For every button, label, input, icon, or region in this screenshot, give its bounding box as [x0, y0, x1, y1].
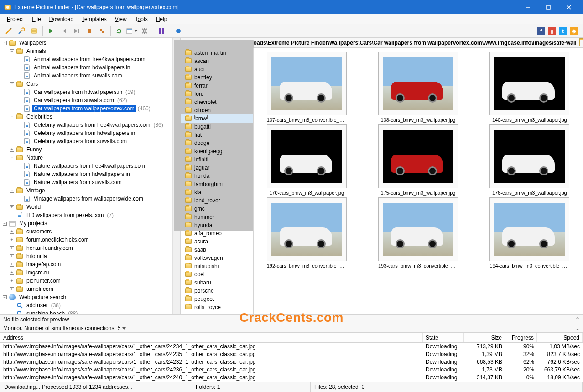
tree-node[interactable]: − Nature	[1, 154, 172, 162]
expander-icon[interactable]	[16, 196, 22, 202]
maximize-button[interactable]	[538, 0, 558, 14]
expander-icon[interactable]: +	[9, 253, 15, 259]
tree-node[interactable]: + Funny	[1, 145, 172, 154]
tree-node[interactable]: Car wallpapers from hdwallpapers.in (19)	[1, 88, 172, 96]
thumbnail[interactable]: 140-cars_bmw_m3_wallpaper.jpg	[489, 52, 569, 123]
monitor-dropdown-icon[interactable]	[122, 327, 126, 330]
expander-icon[interactable]: +	[9, 278, 15, 284]
refresh-icon[interactable]	[113, 25, 125, 37]
expander-icon[interactable]	[16, 89, 22, 95]
stop-all-icon[interactable]	[96, 25, 108, 37]
download-row[interactable]: http://www.imgbase.info/images/safe-wall…	[0, 374, 583, 382]
brand-folder[interactable]: hummer	[181, 213, 253, 221]
expander-icon[interactable]: +	[9, 146, 15, 153]
brand-folder[interactable]: porsche	[181, 287, 253, 295]
project-tree[interactable]: − Wallpapers − Animals Animal wallpapers…	[1, 39, 172, 314]
brand-folder[interactable]: citroen	[181, 106, 253, 114]
tree-node[interactable]: + hitomi.la	[1, 252, 172, 260]
brand-folder[interactable]: koenigsegg	[181, 147, 253, 155]
tree-node[interactable]: Car wallpapers from suwalls.com (62)	[1, 96, 172, 104]
expander-icon[interactable]	[16, 56, 22, 62]
col-state[interactable]: State	[423, 333, 464, 342]
menu-templates[interactable]: Templates	[78, 15, 110, 23]
thumbnails-icon[interactable]	[156, 25, 167, 37]
brand-folder[interactable]: ascari	[181, 57, 253, 65]
tree-node[interactable]: HD wallpapers from pexels.com (7)	[1, 211, 172, 219]
brand-folder[interactable]: fiat	[181, 131, 253, 139]
tree-node[interactable]: − Web picture search	[1, 293, 172, 301]
tree-node[interactable]: Animal wallpapers from suwalls.com	[1, 72, 172, 80]
download-row[interactable]: http://www.imgbase.info/images/safe-wall…	[0, 358, 583, 366]
brand-folder[interactable]: acura	[181, 237, 253, 246]
expander-icon[interactable]: −	[1, 220, 8, 227]
tree-scrollbar[interactable]	[172, 38, 180, 314]
thumbnail[interactable]: 193-cars_bmw_m3_convertible_wallp...	[378, 197, 458, 268]
tree-node[interactable]: + tumblr.com	[1, 285, 172, 293]
tree-node[interactable]: Animal wallpapers from hdwallpapers.in	[1, 63, 172, 72]
tree-node[interactable]: + pichunter.com	[1, 277, 172, 285]
tree-node[interactable]: + hentai-foundry.com	[1, 244, 172, 252]
tree-node[interactable]: + imgsrc.ru	[1, 268, 172, 277]
expander-icon[interactable]	[9, 310, 15, 314]
expander-icon[interactable]: +	[9, 269, 15, 276]
brand-folder[interactable]: subaru	[181, 279, 253, 287]
tree-node[interactable]: Nature wallpapers from hdwallpapers.in	[1, 170, 172, 178]
tree-node[interactable]: Celebrity wallpapers from hdwallpapers.i…	[1, 129, 172, 137]
tree-node[interactable]: + imagefap.com	[1, 260, 172, 268]
menu-project[interactable]: Project	[3, 15, 27, 23]
expander-icon[interactable]	[16, 130, 22, 136]
expander-icon[interactable]: +	[9, 261, 15, 268]
thumbnail[interactable]: 194-cars_bmw_m3_convertible_wallp...	[489, 197, 569, 268]
expander-icon[interactable]: −	[1, 40, 8, 46]
brand-folder[interactable]: mitsubishi	[181, 262, 253, 270]
brand-folder[interactable]: alfa_romeo	[181, 229, 253, 237]
tree-node[interactable]: Celebrity wallpapers from suwalls.com	[1, 137, 172, 145]
menu-file[interactable]: File	[28, 15, 44, 23]
brand-folder[interactable]: gmc	[181, 205, 253, 213]
expander-icon[interactable]	[16, 171, 22, 177]
tools-icon[interactable]	[16, 25, 27, 37]
tree-node[interactable]: − Celebrities	[1, 113, 172, 121]
tree-node[interactable]: add user (38)	[1, 301, 172, 309]
expander-icon[interactable]	[16, 72, 22, 79]
brand-folder[interactable]: bentley	[181, 73, 253, 82]
brand-folder[interactable]: hyundai	[181, 221, 253, 229]
expander-icon[interactable]: −	[9, 155, 15, 161]
menu-help[interactable]: Help	[152, 15, 171, 23]
tree-node[interactable]: − Animals	[1, 47, 172, 55]
thumbnail[interactable]: 175-cars_bmw_m3_wallpaper.jpg	[378, 124, 458, 196]
thumbnail-grid[interactable]: 137-cars_bmw_m3_convertible_wallp... 138…	[254, 48, 583, 314]
brand-folder[interactable]: bugatti	[181, 123, 253, 131]
expander-icon[interactable]: +	[9, 245, 15, 251]
new-project-icon[interactable]	[3, 25, 15, 37]
expander-icon[interactable]	[9, 302, 15, 309]
brand-folder[interactable]: kia	[181, 188, 253, 196]
expander-icon[interactable]	[9, 212, 15, 218]
tree-node[interactable]: sunshine beach (88)	[1, 309, 172, 314]
tree-node[interactable]: Nature wallpapers from suwalls.com	[1, 178, 172, 186]
folder-open-icon[interactable]	[579, 40, 580, 46]
thumbnail[interactable]: 138-cars_bmw_m3_wallpaper.jpg	[378, 52, 458, 123]
tree-node[interactable]: − My projects	[1, 219, 172, 227]
col-address[interactable]: Address	[0, 333, 423, 342]
col-speed[interactable]: Speed	[537, 333, 583, 342]
brand-folder[interactable]: audi	[181, 65, 253, 73]
google-icon[interactable]: g	[548, 27, 556, 35]
expander-icon[interactable]: +	[9, 237, 15, 243]
menu-download[interactable]: Download	[46, 15, 77, 23]
brand-folder[interactable]: ford	[181, 90, 253, 98]
tree-node[interactable]: + forum.oneclickchicks.com	[1, 236, 172, 244]
tree-node[interactable]: Celebrity wallpapers from free4kwallpape…	[1, 121, 172, 129]
expander-icon[interactable]: −	[9, 81, 15, 87]
expander-icon[interactable]	[16, 122, 22, 128]
brand-folder[interactable]: volkswagen	[181, 254, 253, 262]
twitter-icon[interactable]: t	[559, 27, 567, 35]
expander-icon[interactable]	[16, 105, 22, 112]
tree-node[interactable]: Nature wallpapers from free4kwallpapers.…	[1, 162, 172, 170]
brand-folder[interactable]: lamborghini	[181, 180, 253, 188]
facebook-icon[interactable]: f	[537, 27, 545, 35]
expander-icon[interactable]: −	[9, 48, 15, 54]
brand-folder[interactable]: jaguar	[181, 164, 253, 172]
tree-node[interactable]: − Wallpapers	[1, 39, 172, 47]
preview-collapse-icon[interactable]: ⌃	[575, 316, 580, 323]
